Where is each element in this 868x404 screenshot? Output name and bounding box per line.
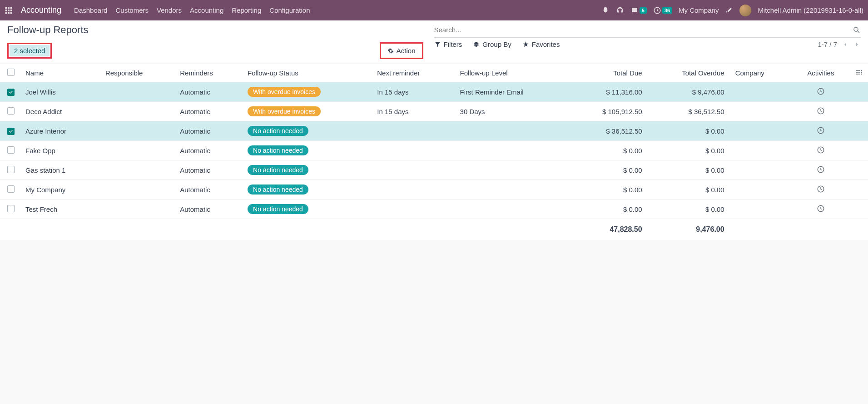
status-badge: No action needed: [248, 126, 308, 136]
col-next[interactable]: Next reminder: [372, 64, 454, 82]
total-due: 47,828.50: [570, 219, 648, 240]
messages-button[interactable]: 5: [630, 6, 647, 15]
col-level[interactable]: Follow-up Level: [455, 64, 570, 82]
menu-accounting[interactable]: Accounting: [190, 6, 223, 14]
cell-responsible: [100, 141, 174, 160]
optional-columns-icon[interactable]: [855, 69, 863, 76]
cell-activity[interactable]: [792, 102, 850, 121]
row-checkbox[interactable]: [7, 107, 15, 115]
row-checkbox[interactable]: [7, 146, 15, 154]
cell-due: $ 0.00: [570, 200, 648, 219]
table-row[interactable]: Fake OppAutomaticNo action needed$ 0.00$…: [0, 141, 868, 160]
table-row[interactable]: Azure InteriorAutomaticNo action needed$…: [0, 121, 868, 141]
table-row[interactable]: Gas station 1AutomaticNo action needed$ …: [0, 160, 868, 180]
table-row[interactable]: My CompanyAutomaticNo action needed$ 0.0…: [0, 180, 868, 200]
cell-level: [455, 160, 570, 180]
search-input[interactable]: [434, 24, 853, 35]
cell-status: With overdue invoices: [242, 102, 372, 121]
select-all-checkbox[interactable]: [7, 69, 15, 76]
debug-icon[interactable]: [601, 6, 610, 15]
cell-status: No action needed: [242, 180, 372, 200]
cell-overdue: $ 0.00: [648, 121, 730, 141]
activity-clock-icon: [817, 107, 825, 115]
col-responsible[interactable]: Responsible: [100, 64, 174, 82]
selection-count[interactable]: 2 selected: [10, 45, 50, 56]
row-checkbox[interactable]: [7, 89, 15, 96]
tools-icon[interactable]: [725, 6, 733, 15]
col-reminders[interactable]: Reminders: [174, 64, 242, 82]
pager-text[interactable]: 1-7 / 7: [818, 40, 837, 48]
action-button[interactable]: Action: [382, 45, 421, 57]
groupby-button[interactable]: Group By: [473, 40, 511, 48]
pager-next-icon[interactable]: [853, 41, 861, 48]
company-switcher[interactable]: My Company: [679, 6, 719, 14]
cell-status: No action needed: [242, 141, 372, 160]
col-due[interactable]: Total Due: [570, 64, 648, 82]
col-name[interactable]: Name: [20, 64, 100, 82]
total-overdue: 9,476.00: [648, 219, 730, 240]
cell-level: First Reminder Email: [455, 82, 570, 102]
col-activities[interactable]: Activities: [792, 64, 850, 82]
activity-clock-icon: [817, 185, 825, 193]
filters-button[interactable]: Filters: [434, 40, 462, 48]
row-checkbox[interactable]: [7, 205, 15, 212]
table-row[interactable]: Test FrechAutomaticNo action needed$ 0.0…: [0, 200, 868, 219]
favorites-button[interactable]: Favorites: [522, 40, 560, 48]
control-panel: Follow-up Reports 2 selected Action: [0, 20, 868, 64]
menu-customers[interactable]: Customers: [115, 6, 149, 14]
cell-overdue: $ 36,512.50: [648, 102, 730, 121]
svg-rect-2: [10, 7, 12, 9]
svg-point-12: [861, 72, 862, 73]
menu-configuration[interactable]: Configuration: [269, 6, 310, 14]
apps-icon[interactable]: [5, 6, 13, 15]
row-checkbox[interactable]: [7, 185, 15, 193]
status-badge: No action needed: [248, 185, 308, 195]
col-overdue[interactable]: Total Overdue: [648, 64, 730, 82]
cell-company: [730, 160, 792, 180]
clock-icon: [653, 6, 661, 15]
app-title[interactable]: Accounting: [21, 5, 61, 15]
menu-reporting[interactable]: Reporting: [232, 6, 261, 14]
user-avatar[interactable]: [739, 5, 751, 16]
col-status[interactable]: Follow-up Status: [242, 64, 372, 82]
cell-activity[interactable]: [792, 82, 850, 102]
row-checkbox[interactable]: [7, 166, 15, 173]
cell-activity[interactable]: [792, 141, 850, 160]
cell-reminders: Automatic: [174, 102, 242, 121]
cell-due: $ 105,912.50: [570, 102, 648, 121]
selection-highlight: 2 selected: [7, 43, 52, 59]
col-company[interactable]: Company: [730, 64, 792, 82]
cell-next: [372, 160, 454, 180]
activity-clock-icon: [817, 204, 825, 213]
cell-activity[interactable]: [792, 160, 850, 180]
cell-responsible: [100, 82, 174, 102]
filters-label: Filters: [444, 40, 462, 48]
activities-button[interactable]: 36: [653, 6, 672, 15]
pager-prev-icon[interactable]: [842, 41, 849, 48]
menu-dashboard[interactable]: Dashboard: [74, 6, 107, 14]
row-checkbox[interactable]: [7, 128, 15, 135]
cell-reminders: Automatic: [174, 160, 242, 180]
support-icon[interactable]: [616, 6, 624, 15]
table-row[interactable]: Joel WillisAutomaticWith overdue invoice…: [0, 82, 868, 102]
cell-activity[interactable]: [792, 200, 850, 219]
cell-name: Fake Opp: [20, 141, 100, 160]
menu-vendors[interactable]: Vendors: [157, 6, 182, 14]
cell-activity[interactable]: [792, 180, 850, 200]
cell-next: In 15 days: [372, 102, 454, 121]
cell-company: [730, 121, 792, 141]
search-icon[interactable]: [853, 26, 861, 34]
table-row[interactable]: Deco AddictAutomaticWith overdue invoice…: [0, 102, 868, 121]
cell-name: My Company: [20, 180, 100, 200]
user-menu[interactable]: Mitchell Admin (22019931-16-0-all): [758, 6, 863, 14]
svg-rect-1: [8, 7, 10, 9]
cell-overdue: $ 0.00: [648, 180, 730, 200]
cell-activity[interactable]: [792, 121, 850, 141]
cell-next: [372, 200, 454, 219]
cell-next: [372, 121, 454, 141]
cell-company: [730, 82, 792, 102]
funnel-icon: [434, 41, 441, 48]
cell-name: Azure Interior: [20, 121, 100, 141]
cell-due: $ 11,316.00: [570, 82, 648, 102]
activity-clock-icon: [817, 126, 825, 135]
